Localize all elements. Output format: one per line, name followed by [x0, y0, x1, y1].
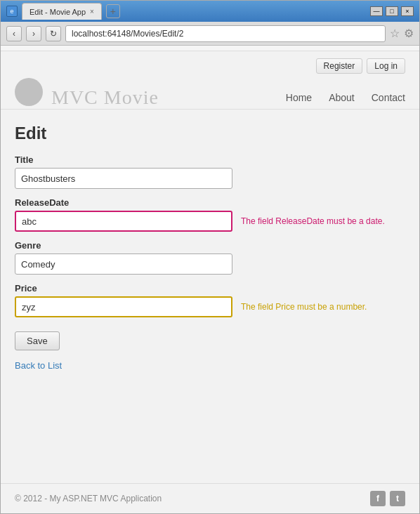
tab-label: Edit - Movie App: [29, 8, 86, 16]
copyright-text: © 2012 - My ASP.NET MVC Application: [15, 494, 162, 503]
price-label: Price: [15, 283, 405, 294]
browser-tab[interactable]: Edit - Movie App ×: [22, 3, 102, 20]
genre-input[interactable]: [15, 253, 232, 275]
app-header: Register Log in MVC Movie Home About Con…: [1, 51, 419, 110]
refresh-button[interactable]: ↻: [46, 26, 61, 41]
price-error: The field Price must be a number.: [241, 302, 367, 312]
new-tab-button[interactable]: +: [106, 4, 120, 18]
back-button[interactable]: ‹: [6, 26, 22, 41]
nav-contact[interactable]: Contact: [372, 92, 405, 103]
price-row: The field Price must be a number.: [15, 296, 405, 317]
header-top: Register Log in: [15, 58, 405, 74]
release-date-label: ReleaseDate: [15, 197, 405, 208]
save-button[interactable]: Save: [15, 331, 60, 350]
title-input[interactable]: [15, 168, 232, 189]
back-to-list-link[interactable]: Back to List: [15, 360, 405, 371]
title-label: Title: [15, 154, 405, 165]
title-bar: e Edit - Movie App × + — □ ×: [1, 1, 419, 22]
release-date-field-group: ReleaseDate The field ReleaseDate must b…: [15, 197, 405, 232]
address-bar: ‹ › ↻ ☆ ⚙: [1, 22, 419, 46]
avatar: [15, 78, 43, 106]
page-content: Register Log in MVC Movie Home About Con…: [1, 51, 419, 513]
page-title: Edit: [15, 124, 405, 143]
bookmark-bar: [1, 46, 419, 51]
register-button[interactable]: Register: [316, 58, 363, 74]
main-nav: Home About Contact: [286, 92, 405, 109]
login-button[interactable]: Log in: [367, 58, 405, 74]
bookmark-icon[interactable]: ☆: [390, 27, 400, 40]
browser-icon: e: [6, 6, 18, 17]
social-icons: f t: [370, 491, 405, 506]
forward-button[interactable]: ›: [26, 26, 41, 41]
release-date-error: The field ReleaseDate must be a date.: [241, 216, 385, 226]
app-title: MVC Movie: [51, 86, 159, 109]
release-date-row: The field ReleaseDate must be a date.: [15, 211, 405, 232]
settings-icon[interactable]: ⚙: [404, 27, 414, 40]
release-date-input[interactable]: [15, 211, 232, 232]
tab-close-icon[interactable]: ×: [90, 8, 94, 15]
window-controls: — □ ×: [370, 6, 414, 16]
genre-field-group: Genre: [15, 240, 405, 275]
price-field-group: Price The field Price must be a number.: [15, 283, 405, 317]
nav-about[interactable]: About: [329, 92, 355, 103]
url-input[interactable]: [65, 25, 386, 42]
title-field-group: Title: [15, 154, 405, 189]
main-content: Edit Title ReleaseDate The field Release…: [1, 110, 419, 483]
close-button[interactable]: ×: [401, 6, 414, 16]
twitter-icon[interactable]: t: [390, 491, 405, 506]
page-footer: © 2012 - My ASP.NET MVC Application f t: [1, 483, 419, 513]
facebook-icon[interactable]: f: [370, 491, 386, 506]
price-input[interactable]: [15, 296, 232, 317]
nav-home[interactable]: Home: [286, 92, 312, 103]
maximize-button[interactable]: □: [386, 6, 398, 16]
genre-label: Genre: [15, 240, 405, 251]
minimize-button[interactable]: —: [370, 6, 383, 16]
